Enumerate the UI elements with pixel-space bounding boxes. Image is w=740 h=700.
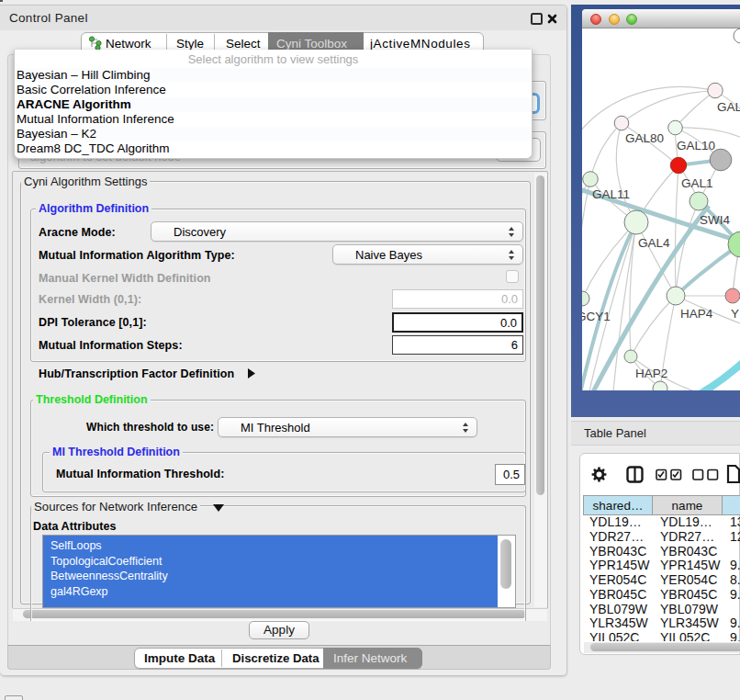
svg-text:GAL4: GAL4 (638, 236, 670, 250)
svg-text:GAL80: GAL80 (625, 131, 664, 145)
svg-text:GAL: GAL (717, 100, 740, 114)
svg-text:Y: Y (731, 307, 739, 321)
svg-text:GAL11: GAL11 (592, 187, 630, 201)
svg-text:GAL10: GAL10 (677, 139, 715, 152)
svg-text:HAP4: HAP4 (680, 307, 713, 321)
svg-text:GCY1: GCY1 (582, 310, 611, 323)
svg-text:SWI4: SWI4 (700, 213, 730, 227)
svg-text:GAL1: GAL1 (681, 176, 713, 190)
svg-text:HAP2: HAP2 (635, 367, 667, 380)
